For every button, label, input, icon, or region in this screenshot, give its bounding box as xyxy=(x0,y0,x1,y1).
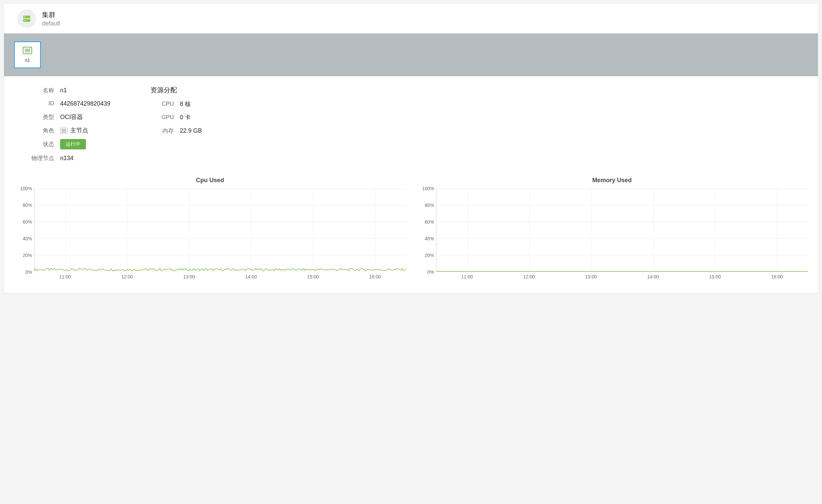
details-section: 名称 n1 ID 442687429820439 类型 OCI容器 角色 主节点… xyxy=(4,76,818,170)
label-type: 类型 xyxy=(27,113,54,121)
x-tick: 12:00 xyxy=(96,274,158,279)
value-name: n1 xyxy=(60,87,67,94)
x-tick: 13:00 xyxy=(158,274,220,279)
row-mem: 内存 22.9 GB xyxy=(150,126,202,135)
chart-cpu: Cpu Used 100%80%60%40%20%0% 11:0012:0013… xyxy=(14,177,406,279)
cluster-icon xyxy=(17,9,36,28)
node-tile-label: n1 xyxy=(25,57,30,63)
master-node-icon xyxy=(60,128,67,134)
label-cpu: CPU xyxy=(150,101,174,107)
label-mem: 内存 xyxy=(150,127,174,135)
x-tick: 12:00 xyxy=(498,274,560,279)
value-role: 主节点 xyxy=(60,126,88,134)
x-tick: 16:00 xyxy=(746,274,808,279)
x-tick: 15:00 xyxy=(282,274,344,279)
chart-memory-plot[interactable] xyxy=(436,188,808,272)
svg-rect-1 xyxy=(23,19,30,22)
chart-memory-body: 100%80%60%40%20%0% xyxy=(416,188,808,272)
label-status: 状态 xyxy=(27,140,54,148)
row-status: 状态 运行中 xyxy=(27,139,110,149)
status-badge: 运行中 xyxy=(60,139,86,149)
x-tick: 14:00 xyxy=(220,274,282,279)
row-name: 名称 n1 xyxy=(27,86,110,95)
chart-cpu-title: Cpu Used xyxy=(14,177,406,184)
header-text: 集群 default xyxy=(42,10,60,27)
label-role: 角色 xyxy=(27,127,54,134)
row-cpu: CPU 8 核 xyxy=(150,99,202,109)
svg-point-2 xyxy=(24,16,25,17)
value-mem: 22.9 GB xyxy=(180,127,202,134)
row-phys: 物理节点 n134 xyxy=(27,153,110,163)
x-tick: 11:00 xyxy=(436,274,498,279)
node-bar: n1 xyxy=(4,33,818,76)
node-icon xyxy=(23,47,32,55)
chart-cpu-body: 100%80%60%40%20%0% xyxy=(14,188,406,272)
svg-rect-0 xyxy=(23,16,30,18)
resource-info: 资源分配 CPU 8 核 GPU 0 卡 内存 22.9 GB xyxy=(150,86,202,167)
row-type: 类型 OCI容器 xyxy=(27,112,110,122)
chart-cpu-yaxis: 100%80%60%40%20%0% xyxy=(14,188,34,272)
value-gpu: 0 卡 xyxy=(180,113,191,121)
svg-point-3 xyxy=(24,20,25,21)
page-container: 集群 default n1 名称 n1 ID xyxy=(4,4,818,293)
chart-memory-xaxis: 11:0012:0013:0014:0015:0016:00 xyxy=(436,274,808,279)
chart-cpu-xaxis: 11:0012:0013:0014:0015:0016:00 xyxy=(34,274,406,279)
x-tick: 16:00 xyxy=(344,274,406,279)
chart-memory-yaxis: 100%80%60%40%20%0% xyxy=(416,188,436,272)
node-tile-n1[interactable]: n1 xyxy=(14,41,41,68)
resources-title: 资源分配 xyxy=(150,86,202,95)
basic-info: 名称 n1 ID 442687429820439 类型 OCI容器 角色 主节点… xyxy=(27,86,110,167)
value-type: OCI容器 xyxy=(60,113,83,121)
chart-cpu-plot[interactable] xyxy=(34,188,406,272)
label-name: 名称 xyxy=(27,87,54,94)
label-gpu: GPU xyxy=(150,114,174,121)
label-id: ID xyxy=(27,100,54,107)
row-role: 角色 主节点 xyxy=(27,126,110,135)
row-id: ID 442687429820439 xyxy=(27,99,110,108)
page-title: 集群 xyxy=(42,10,60,19)
page-header: 集群 default xyxy=(4,4,818,33)
x-tick: 11:00 xyxy=(34,274,96,279)
x-tick: 15:00 xyxy=(684,274,746,279)
x-tick: 14:00 xyxy=(622,274,684,279)
charts-row: Cpu Used 100%80%60%40%20%0% 11:0012:0013… xyxy=(4,170,818,293)
value-id: 442687429820439 xyxy=(60,100,110,107)
value-role-text: 主节点 xyxy=(70,127,88,134)
value-cpu: 8 核 xyxy=(180,100,191,108)
label-phys: 物理节点 xyxy=(27,154,54,162)
value-status: 运行中 xyxy=(60,139,86,149)
x-tick: 13:00 xyxy=(560,274,622,279)
row-gpu: GPU 0 卡 xyxy=(150,113,202,122)
value-phys: n134 xyxy=(60,155,74,162)
chart-memory-title: Memory Used xyxy=(416,177,808,184)
page-subtitle: default xyxy=(42,20,60,27)
chart-memory: Memory Used 100%80%60%40%20%0% 11:0012:0… xyxy=(416,177,808,279)
